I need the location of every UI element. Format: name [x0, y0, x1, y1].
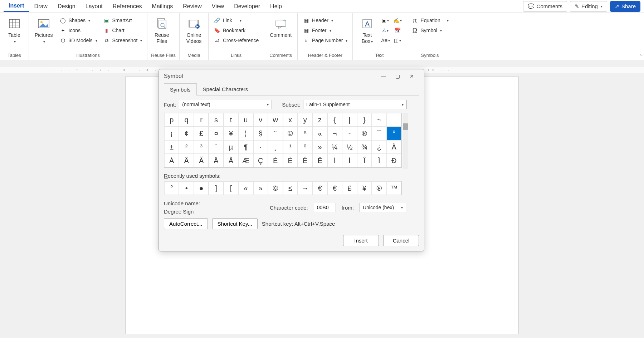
header-button[interactable]: ▦Header▾ [301, 16, 349, 25]
symbol-cell[interactable]: Ï [372, 154, 386, 167]
link-button[interactable]: 🔗Link ▾ [212, 16, 260, 25]
symbol-cell[interactable]: y [298, 113, 312, 127]
symbol-cell[interactable]: Å [224, 154, 238, 167]
signature-button[interactable]: ✍▾ [393, 16, 402, 25]
minimize-button[interactable]: — [376, 73, 390, 79]
symbol-cell[interactable]: È [268, 154, 283, 167]
object-button[interactable]: ◫▾ [393, 36, 402, 45]
subset-dropdown[interactable]: Latin-1 Supplement ▾ [303, 100, 407, 109]
symbol-cell[interactable]: ¢ [179, 127, 194, 140]
symbol-cell[interactable]: Đ [387, 154, 401, 167]
symbol-cell[interactable]: ¾ [357, 140, 372, 154]
symbol-cell[interactable]: º [298, 140, 312, 154]
symbol-cell[interactable]: ® [357, 127, 372, 140]
symbol-cell[interactable]: · [253, 140, 268, 154]
symbol-cell[interactable]: ´ [209, 140, 223, 154]
reuse-files-button[interactable]: Reuse Files [151, 16, 172, 45]
symbol-cell[interactable]: ½ [342, 140, 357, 154]
share-button[interactable]: ↗ Share [610, 1, 640, 12]
comments-button[interactable]: 💬 Comments [523, 1, 567, 12]
menu-developer[interactable]: Developer [229, 1, 265, 12]
shortcut-key-button[interactable]: Shortcut Key... [212, 218, 258, 229]
menu-draw[interactable]: Draw [29, 1, 53, 12]
symbol-cell[interactable]: ¹ [283, 140, 298, 154]
shapes-button[interactable]: ◯Shapes▾ [58, 16, 99, 25]
symbol-cell[interactable]: Æ [238, 154, 253, 167]
symbol-cell[interactable]: { [327, 113, 342, 127]
symbol-cell[interactable]: Ç [253, 154, 268, 167]
symbol-cell[interactable]: ³ [194, 140, 209, 154]
menu-references[interactable]: References [108, 1, 147, 12]
symbol-cell[interactable]: ­- [342, 127, 357, 140]
symbol-cell[interactable]: Á [164, 154, 179, 167]
symbol-cell[interactable]: ¦ [238, 127, 253, 140]
symbol-cell[interactable]: | [342, 113, 357, 127]
symbol-cell[interactable]: ¡ [164, 127, 179, 140]
menu-help[interactable]: Help [265, 1, 287, 12]
textbox-button[interactable]: A Text Box▾ [356, 16, 378, 45]
recent-symbol-cell[interactable]: € [327, 181, 342, 195]
dropcap-button[interactable]: A≡▾ [381, 36, 390, 45]
comment-button[interactable]: + Comment [268, 16, 294, 39]
cancel-button[interactable]: Cancel [383, 235, 419, 246]
recent-symbol-cell[interactable]: ° [164, 181, 179, 195]
symbol-cell[interactable]: ¨ [268, 127, 283, 140]
recent-symbol-cell[interactable]: ] [209, 181, 223, 195]
editing-button[interactable]: ✎ Editing ▾ [570, 1, 607, 12]
dialog-titlebar[interactable]: Symbol — ▢ ✕ [159, 69, 424, 83]
smartart-button[interactable]: ▣SmartArt [102, 16, 144, 25]
online-videos-button[interactable]: Online Videos [183, 16, 205, 45]
bookmark-button[interactable]: 🔖Bookmark [212, 26, 260, 35]
symbol-cell[interactable]: µ [224, 140, 238, 154]
menu-layout[interactable]: Layout [80, 1, 108, 12]
symbol-cell[interactable]: } [357, 113, 372, 127]
symbol-cell[interactable]: r [194, 113, 209, 127]
recent-symbol-cell[interactable]: € [312, 181, 327, 195]
symbol-cell[interactable]: Ä [209, 154, 223, 167]
recent-symbol-cell[interactable]: ≤ [283, 181, 298, 195]
symbol-cell[interactable]: w [268, 113, 283, 127]
wordart-button[interactable]: A▾ [381, 26, 390, 35]
symbol-cell[interactable]: ¤ [209, 127, 223, 140]
symbol-cell[interactable]: u [238, 113, 253, 127]
symbol-cell[interactable]: p [164, 113, 179, 127]
symbol-cell[interactable]: § [253, 127, 268, 140]
symbol-cell[interactable]: ¶ [238, 140, 253, 154]
recent-symbol-cell[interactable]: • [179, 181, 194, 195]
equation-button[interactable]: πEquation ▾ [410, 16, 450, 25]
symbol-cell[interactable]: ~ [372, 113, 386, 127]
recent-symbol-cell[interactable]: £ [342, 181, 357, 195]
font-dropdown[interactable]: (normal text) ▾ [179, 100, 272, 109]
tab-special-characters[interactable]: Special Characters [197, 83, 254, 95]
symbol-cell[interactable]: ° [387, 127, 401, 140]
autocorrect-button[interactable]: AutoCorrect... [164, 218, 208, 229]
symbol-cell[interactable]: v [253, 113, 268, 127]
icons-button[interactable]: ✦Icons [58, 26, 99, 35]
footer-button[interactable]: ▦Footer▾ [301, 26, 349, 35]
close-button[interactable]: ✕ [405, 73, 419, 79]
symbol-cell[interactable]: q [179, 113, 194, 127]
symbol-scrollbar[interactable] [403, 113, 408, 169]
tab-symbols[interactable]: Symbols [164, 83, 197, 95]
symbol-cell[interactable]: Ì [327, 154, 342, 167]
datetime-button[interactable]: 📅 [393, 26, 402, 35]
pictures-button[interactable]: Pictures▾ [33, 16, 55, 45]
symbol-cell[interactable]: £ [194, 127, 209, 140]
recent-symbol-cell[interactable]: ® [372, 181, 386, 195]
3dmodels-button[interactable]: ⬡3D Models▾ [58, 36, 99, 45]
pagenumber-button[interactable]: #Page Number▾ [301, 36, 349, 45]
symbol-cell[interactable] [387, 113, 401, 127]
menu-view[interactable]: View [207, 1, 229, 12]
menu-design[interactable]: Design [53, 1, 80, 12]
quickparts-button[interactable]: ▣▾ [381, 16, 390, 25]
table-button[interactable]: Table▾ [4, 16, 25, 45]
recent-symbol-cell[interactable]: ● [194, 181, 209, 195]
symbol-cell[interactable]: t [224, 113, 238, 127]
symbol-cell[interactable]: z [312, 113, 327, 127]
symbol-cell[interactable]: « [312, 127, 327, 140]
maximize-button[interactable]: ▢ [390, 73, 405, 79]
menu-insert[interactable]: Insert [4, 0, 29, 12]
symbol-cell[interactable]: Â [179, 154, 194, 167]
symbol-cell[interactable]: É [283, 154, 298, 167]
recent-symbol-cell[interactable]: « [238, 181, 253, 195]
